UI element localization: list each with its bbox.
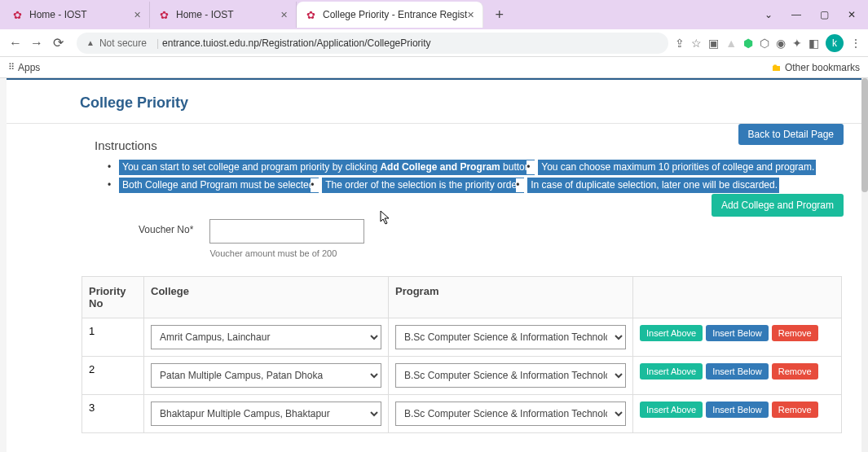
warning-icon: ▲ xyxy=(86,38,95,47)
instructions-heading: Instructions xyxy=(95,138,844,152)
menu-icon[interactable]: ⋮ xyxy=(850,37,861,50)
priority-no-cell: 1 xyxy=(82,318,144,356)
browser-tab-0[interactable]: ✿ Home - IOST ✕ xyxy=(3,2,150,28)
not-secure-label: Not secure xyxy=(99,37,147,49)
remove-button[interactable]: Remove xyxy=(772,402,818,418)
addr-separator: | xyxy=(156,37,159,49)
camera-icon[interactable]: ◉ xyxy=(776,37,786,50)
college-select[interactable]: Patan Multiple Campus, Patan Dhoka xyxy=(151,363,381,388)
chevron-down-icon[interactable]: ⌄ xyxy=(757,9,780,20)
insert-above-button[interactable]: Insert Above xyxy=(640,402,703,418)
profile-avatar[interactable]: k xyxy=(826,34,844,52)
insert-below-button[interactable]: Insert Below xyxy=(706,325,769,341)
apps-label: Apps xyxy=(18,62,40,73)
insert-above-button[interactable]: Insert Above xyxy=(640,363,703,380)
extensions-icon[interactable]: ✦ xyxy=(792,37,802,50)
shield-icon[interactable]: ⬢ xyxy=(743,37,753,50)
back-nav-button[interactable]: ← xyxy=(7,34,24,52)
priority-table: Priority No College Program 1 Amrit Camp… xyxy=(82,276,842,433)
address-input[interactable]: ▲ Not secure | entrance.tuiost.edu.np/Re… xyxy=(77,33,668,54)
voucher-input[interactable] xyxy=(209,219,364,244)
instruction-item: You can start to set college and program… xyxy=(119,160,535,175)
instruction-item: Both College and Program must be selecte… xyxy=(119,178,319,193)
new-tab-button[interactable]: + xyxy=(488,7,510,24)
tab-label: Home - IOST xyxy=(176,9,234,20)
instruction-item: The order of the selection is the priori… xyxy=(322,178,523,193)
url-text: entrance.tuiost.edu.np/Registration/Appl… xyxy=(162,37,431,49)
page-title: College Priority xyxy=(7,94,868,124)
site-icon: ✿ xyxy=(158,9,170,20)
priority-no-cell: 3 xyxy=(82,394,144,432)
remove-button[interactable]: Remove xyxy=(772,325,818,341)
college-select[interactable]: Bhaktapur Multiple Campus, Bhaktapur xyxy=(151,402,381,426)
th-priority: Priority No xyxy=(82,276,144,318)
panel-icon[interactable]: ◧ xyxy=(809,37,819,50)
scrollbar-thumb[interactable] xyxy=(861,78,868,192)
table-row: 1 Amrit Campus, Lainchaur B.Sc Computer … xyxy=(82,318,842,356)
folder-icon: 🖿 xyxy=(772,62,782,73)
insert-above-button[interactable]: Insert Above xyxy=(640,325,703,341)
site-icon: ✿ xyxy=(11,9,23,20)
bookmarks-bar: ⠿ Apps 🖿 Other bookmarks xyxy=(0,57,868,78)
reload-button[interactable]: ⟳ xyxy=(49,34,67,52)
maximize-icon[interactable]: ▢ xyxy=(813,9,835,20)
window-controls: ⌄ — ▢ ✕ xyxy=(757,9,868,20)
page-wrapper: College Priority Back to Detail Page Ins… xyxy=(0,78,868,452)
close-icon[interactable]: ✕ xyxy=(840,9,863,20)
tab-close-icon[interactable]: ✕ xyxy=(467,10,474,20)
tab-close-icon[interactable]: ✕ xyxy=(134,10,141,20)
other-bookmarks-button[interactable]: 🖿 Other bookmarks xyxy=(772,62,860,73)
voucher-row: Voucher No* Voucher amount must be of 20… xyxy=(139,219,844,258)
browser-tab-1[interactable]: ✿ Home - IOST ✕ xyxy=(150,2,297,28)
forward-nav-button[interactable]: → xyxy=(28,34,46,52)
instructions-list: You can start to set college and program… xyxy=(95,159,844,195)
tab-label: Home - IOST xyxy=(29,9,87,20)
scrollbar-track[interactable] xyxy=(861,78,868,452)
tab-label: College Priority - Entrance Regist xyxy=(323,9,467,20)
other-bookmarks-label: Other bookmarks xyxy=(785,62,860,73)
program-select[interactable]: B.Sc Computer Science & Information Tech… xyxy=(395,325,626,349)
instruction-item: You can choose maximum 10 priorities of … xyxy=(538,160,816,175)
th-actions xyxy=(633,276,842,318)
browser-tab-bar: ✿ Home - IOST ✕ ✿ Home - IOST ✕ ✿ Colleg… xyxy=(0,0,868,29)
program-select[interactable]: B.Sc Computer Science & Information Tech… xyxy=(395,363,626,388)
table-row: 3 Bhaktapur Multiple Campus, Bhaktapur B… xyxy=(82,394,842,432)
apps-grid-icon: ⠿ xyxy=(8,62,15,72)
ext-icon-2[interactable]: ▲ xyxy=(725,37,737,50)
insert-below-button[interactable]: Insert Below xyxy=(706,402,769,418)
voucher-help-text: Voucher amount must be of 200 xyxy=(209,248,364,258)
th-program: Program xyxy=(389,276,633,318)
apps-button[interactable]: ⠿ Apps xyxy=(8,62,40,73)
voucher-label: Voucher No* xyxy=(139,219,193,235)
extension-icons: ⇪ ☆ ▣ ▲ ⬢ ⬡ ◉ ✦ ◧ k ⋮ xyxy=(675,34,861,52)
left-gutter xyxy=(0,78,7,452)
tab-close-icon[interactable]: ✕ xyxy=(280,10,288,20)
back-to-detail-button[interactable]: Back to Detail Page xyxy=(738,124,844,145)
insert-below-button[interactable]: Insert Below xyxy=(706,363,769,380)
add-college-program-button[interactable]: Add College and Program xyxy=(712,194,844,217)
ext-icon-3[interactable]: ⬡ xyxy=(760,37,769,50)
ext-icon-1[interactable]: ▣ xyxy=(708,37,719,50)
program-select[interactable]: B.Sc Computer Science & Information Tech… xyxy=(395,402,626,426)
remove-button[interactable]: Remove xyxy=(772,363,818,380)
table-row: 2 Patan Multiple Campus, Patan Dhoka B.S… xyxy=(82,356,842,394)
priority-no-cell: 2 xyxy=(82,356,144,394)
th-college: College xyxy=(144,276,389,318)
instruction-item: In case of duplicate selection, later on… xyxy=(527,178,779,193)
star-icon[interactable]: ☆ xyxy=(691,37,702,50)
college-select[interactable]: Amrit Campus, Lainchaur xyxy=(151,325,381,349)
browser-tab-2-active[interactable]: ✿ College Priority - Entrance Regist ✕ xyxy=(297,2,483,28)
address-bar: ← → ⟳ ▲ Not secure | entrance.tuiost.edu… xyxy=(0,29,868,57)
site-icon: ✿ xyxy=(305,9,316,20)
minimize-icon[interactable]: — xyxy=(785,9,808,20)
share-icon[interactable]: ⇪ xyxy=(675,37,685,50)
page-content: College Priority Back to Detail Page Ins… xyxy=(7,78,868,452)
